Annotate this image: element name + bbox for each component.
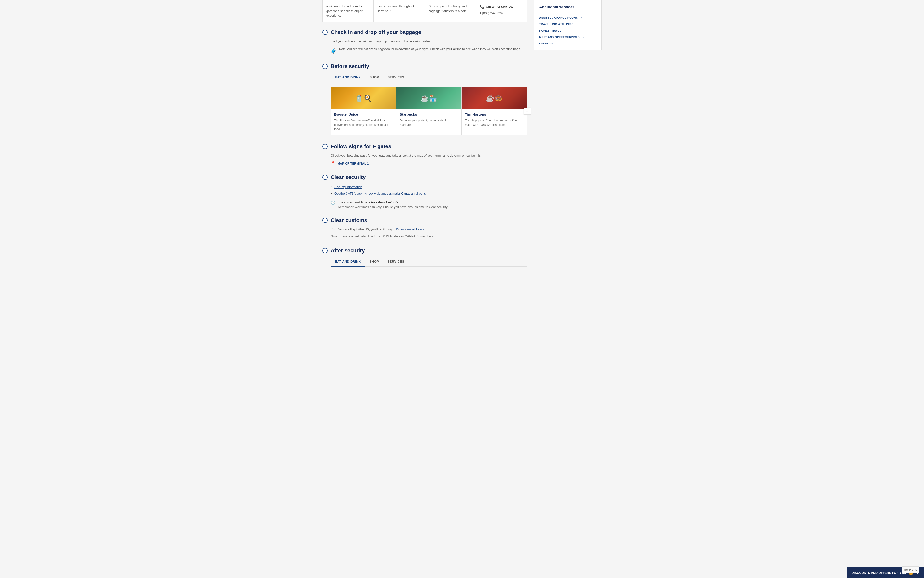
sidebar-link-meet-and-greet[interactable]: MEET AND GREET SERVICES → xyxy=(539,35,597,39)
booster-juice-name: Booster Juice xyxy=(334,112,393,117)
tab-shop[interactable]: SHOP xyxy=(365,73,383,82)
sidebar-link-family-travel[interactable]: FAMILY TRAVEL → xyxy=(539,29,597,32)
lounges-arrow: → xyxy=(555,42,558,45)
wait-time-info: The current wait time is less than 1 min… xyxy=(338,200,448,209)
clear-customs-title: Clear customs xyxy=(330,217,367,224)
checkin-desc: Find your airline's check-in and bag-dro… xyxy=(330,39,527,44)
step-circle-clear-security xyxy=(322,175,328,180)
customs-text-post: . xyxy=(427,227,428,231)
after-tab-services[interactable]: SERVICES xyxy=(383,257,408,266)
sidebar-link-travelling-with-pets[interactable]: TRAVELLING WITH PETS → xyxy=(539,22,597,26)
catsa-app-item: Get the CATSA app – check wait times at … xyxy=(330,190,527,197)
wait-time-box: 🕐 The current wait time is less than 1 m… xyxy=(330,200,527,209)
follow-signs-header: Follow signs for F gates xyxy=(322,143,527,149)
tim-hortons-image: ☕🍩 xyxy=(462,87,527,109)
top-card-3: Offering parcel delivery and baggage tra… xyxy=(425,0,476,22)
after-security-header: After security xyxy=(322,247,527,254)
tab-services[interactable]: SERVICES xyxy=(383,73,408,82)
top-cards-row: assistance to and from the gate for a se… xyxy=(322,0,527,22)
vendor-card-starbucks[interactable]: ☕🏪 Starbucks Discover your perfect, pers… xyxy=(396,87,462,135)
checkin-section: Check in and drop off your baggage Find … xyxy=(322,29,527,55)
top-card-1: assistance to and from the gate for a se… xyxy=(323,0,374,22)
step-circle-follow-signs xyxy=(322,144,328,149)
assisted-change-rooms-label: ASSISTED CHANGE ROOMS xyxy=(539,16,578,19)
vendor-card-tim-hortons[interactable]: ☕🍩 Tim Hortons Try this popular Canadian… xyxy=(462,87,527,135)
tim-hortons-body: Tim Hortons Try this popular Canadian br… xyxy=(462,109,527,130)
travelling-with-pets-label: TRAVELLING WITH PETS xyxy=(539,23,573,26)
security-info-item: Security information xyxy=(330,184,527,190)
additional-services-sidebar: Additional services ASSISTED CHANGE ROOM… xyxy=(534,0,602,50)
sidebar-additional-services-title: Additional services xyxy=(539,5,597,12)
after-security-section: After security EAT AND DRINK SHOP SERVIC… xyxy=(322,247,527,266)
sidebar-link-lounges[interactable]: LOUNGES → xyxy=(539,42,597,45)
family-travel-arrow: → xyxy=(563,29,566,32)
clear-customs-header: Clear customs xyxy=(322,217,527,224)
before-security-section: Before security EAT AND DRINK SHOP SERVI… xyxy=(322,63,527,135)
luggage-icon: 🧳 xyxy=(330,47,337,55)
wait-time-value: less than 1 minute. xyxy=(371,200,399,204)
sidebar-link-assisted-change-rooms[interactable]: ASSISTED CHANGE ROOMS → xyxy=(539,16,597,19)
vendor-cards-container: 🥤🍳 Booster Juice The Booster Juice menu … xyxy=(330,87,527,135)
top-card-phone: 📞 Customer service: 1 (888) 247-2262 xyxy=(476,0,527,22)
meet-and-greet-arrow: → xyxy=(581,35,584,39)
clear-security-body: Security information Get the CATSA app –… xyxy=(322,184,527,209)
booster-juice-body: Booster Juice The Booster Juice menu off… xyxy=(331,109,396,135)
before-security-header: Before security xyxy=(322,63,527,70)
after-tab-eat-drink[interactable]: EAT AND DRINK xyxy=(330,257,365,266)
starbucks-body: Starbucks Discover your perfect, persona… xyxy=(396,109,462,130)
booster-juice-image: 🥤🍳 xyxy=(331,87,396,109)
checkin-title: Check in and drop off your baggage xyxy=(330,29,421,35)
customs-text: If you're travelling to the US, you'll g… xyxy=(330,227,527,232)
us-customs-link[interactable]: US customs at Pearson xyxy=(394,227,427,231)
security-info-link[interactable]: Security information xyxy=(335,185,362,189)
customer-service-number: 1 (888) 247-2262 xyxy=(480,11,523,16)
vendor-card-booster-juice[interactable]: 🥤🍳 Booster Juice The Booster Juice menu … xyxy=(331,87,396,135)
tim-hortons-desc: Try this popular Canadian brewed coffee,… xyxy=(465,119,523,127)
after-security-title: After security xyxy=(330,247,365,254)
map-of-terminal-link[interactable]: 📍 MAP OF TERMINAL 1 xyxy=(330,161,527,166)
before-security-title: Before security xyxy=(330,63,369,70)
checkin-body: Find your airline's check-in and bag-dro… xyxy=(322,39,527,55)
catsa-app-link[interactable]: Get the CATSA app – check wait times at … xyxy=(335,192,426,195)
security-links-list: Security information Get the CATSA app –… xyxy=(330,184,527,197)
clock-icon: 🕐 xyxy=(330,200,335,205)
map-pin-icon: 📍 xyxy=(330,161,336,166)
customer-service-label: Customer service: xyxy=(486,4,513,9)
follow-signs-section: Follow signs for F gates Check your boar… xyxy=(322,143,527,166)
step-circle-checkin xyxy=(322,29,328,35)
follow-signs-desc: Check your boarding pass for your gate a… xyxy=(330,153,527,158)
vendor-cards: 🥤🍳 Booster Juice The Booster Juice menu … xyxy=(330,87,527,135)
family-travel-label: FAMILY TRAVEL xyxy=(539,29,561,32)
clear-customs-section: Clear customs If you're travelling to th… xyxy=(322,217,527,239)
step-circle-before-security xyxy=(322,64,328,69)
customs-text-pre: If you're travelling to the US, you'll g… xyxy=(330,227,394,231)
step-circle-after-security xyxy=(322,248,328,253)
phone-icon: 📞 xyxy=(480,4,485,10)
carousel-next-button[interactable]: → xyxy=(524,107,531,115)
before-security-tabs: EAT AND DRINK SHOP SERVICES xyxy=(330,73,527,82)
tim-hortons-name: Tim Hortons xyxy=(465,112,523,117)
clear-security-title: Clear security xyxy=(330,174,366,180)
clear-customs-body: If you're travelling to the US, you'll g… xyxy=(322,227,527,239)
starbucks-image: ☕🏪 xyxy=(396,87,462,109)
wait-time-sub: Remember: wait times can vary. Ensure yo… xyxy=(338,205,448,209)
after-security-tab-bar: EAT AND DRINK SHOP SERVICES xyxy=(330,257,527,266)
top-card-2: many locations throughout Terminal 1. xyxy=(374,0,425,22)
tab-eat-drink[interactable]: EAT AND DRINK xyxy=(330,73,365,82)
wait-time-text: The current wait time is less than 1 min… xyxy=(338,200,448,205)
follow-signs-body: Check your boarding pass for your gate a… xyxy=(322,153,527,166)
top-card-3-text: Offering parcel delivery and baggage tra… xyxy=(429,4,469,13)
clear-security-section: Clear security Security information Get … xyxy=(322,174,527,209)
after-tab-shop[interactable]: SHOP xyxy=(365,257,383,266)
map-link-label: MAP OF TERMINAL 1 xyxy=(338,162,369,165)
top-card-2-text: many locations throughout Terminal 1. xyxy=(377,4,414,13)
follow-signs-title: Follow signs for F gates xyxy=(330,143,391,149)
sidebar: Additional services ASSISTED CHANGE ROOM… xyxy=(534,0,602,275)
travelling-with-pets-arrow: → xyxy=(575,22,578,26)
checkin-header: Check in and drop off your baggage xyxy=(322,29,527,35)
starbucks-desc: Discover your perfect, personal drink at… xyxy=(400,119,458,127)
meet-and-greet-label: MEET AND GREET SERVICES xyxy=(539,36,580,39)
after-security-tabs-container: EAT AND DRINK SHOP SERVICES xyxy=(322,257,527,266)
lounges-label: LOUNGES xyxy=(539,42,553,45)
assisted-change-rooms-arrow: → xyxy=(579,16,583,19)
